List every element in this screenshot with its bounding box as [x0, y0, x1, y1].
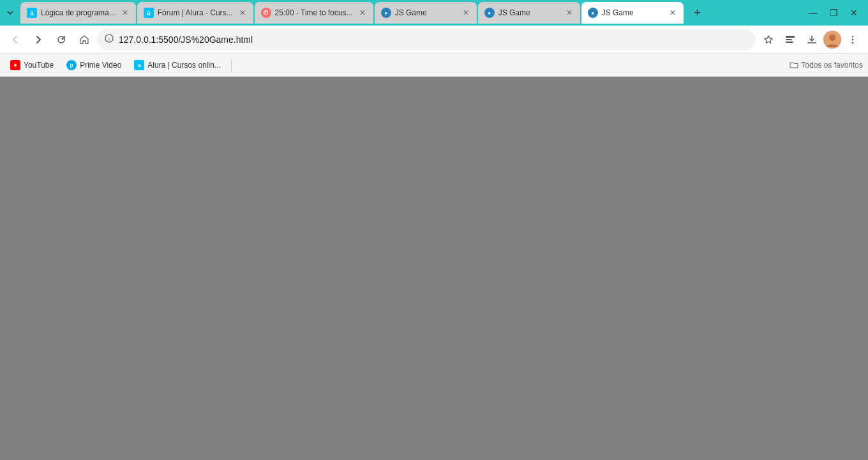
tab-close-logica[interactable]: ✕	[119, 7, 131, 19]
svg-rect-4	[786, 42, 793, 43]
tab-favicon-timer: ⏱	[261, 8, 271, 18]
svg-point-6	[829, 34, 835, 41]
nav-actions	[758, 29, 863, 50]
tab-dropdown-button[interactable]	[0, 0, 20, 26]
tab-favicon-alura1: a	[27, 8, 37, 18]
tab-label-jsgame5: JS Game	[498, 8, 560, 17]
address-bar[interactable]: i 127.0.0.1:5500/JS%20Game.html	[97, 29, 756, 50]
tab-label-jsgame4: JS Game	[395, 8, 456, 17]
close-button[interactable]: ✕	[845, 4, 863, 22]
bookmark-star-button[interactable]	[758, 29, 779, 50]
tab-label-logica: Lógica de programa...	[41, 8, 116, 17]
bookmark-prime-label: Prime Video	[80, 61, 121, 70]
svg-point-7	[852, 35, 854, 37]
tab-timer[interactable]: ⏱ 25:00 - Time to focus... ✕	[255, 2, 373, 24]
maximize-button[interactable]: ❐	[825, 4, 842, 22]
tab-jsgame6-active[interactable]: ● JS Game ✕	[581, 2, 684, 24]
svg-rect-2	[786, 36, 795, 38]
tab-bar-left: a Lógica de programa... ✕ a Fórum | Alur…	[0, 0, 708, 26]
address-text: 127.0.0.1:5500/JS%20Game.html	[119, 34, 748, 45]
bookmark-alura-label: Alura | Cursos onlin...	[147, 61, 221, 70]
tab-label-timer: 25:00 - Time to focus...	[275, 8, 353, 17]
new-tab-button[interactable]: +	[687, 3, 708, 23]
menu-button[interactable]	[842, 29, 863, 50]
bookmark-youtube[interactable]: YouTube	[5, 57, 59, 73]
tab-close-forum[interactable]: ✕	[237, 7, 248, 19]
tab-favicon-alura2: a	[144, 8, 154, 18]
tab-jsgame5[interactable]: ● JS Game ✕	[478, 2, 580, 24]
svg-rect-3	[786, 39, 792, 40]
tab-close-timer[interactable]: ✕	[357, 7, 368, 19]
svg-point-8	[852, 38, 854, 40]
bookmarks-all-favorites-label: Todos os favoritos	[801, 61, 863, 70]
youtube-icon	[10, 60, 20, 70]
tab-close-jsgame4[interactable]: ✕	[460, 7, 472, 19]
tab-jsgame4[interactable]: ● JS Game ✕	[375, 2, 477, 24]
bookmark-youtube-label: YouTube	[24, 61, 54, 70]
bookmarks-all-favorites[interactable]: Todos os favoritos	[789, 61, 863, 70]
tab-favicon-jsgame4: ●	[381, 8, 391, 18]
tab-forum[interactable]: a Fórum | Alura - Curs... ✕	[137, 2, 253, 24]
tab-close-jsgame5[interactable]: ✕	[564, 7, 575, 19]
profile-avatar[interactable]	[823, 31, 841, 49]
navigation-bar: i 127.0.0.1:5500/JS%20Game.html	[0, 26, 868, 54]
tab-bar: a Lógica de programa... ✕ a Fórum | Alur…	[0, 0, 868, 26]
tab-logica[interactable]: a Lógica de programa... ✕	[20, 2, 136, 24]
back-button[interactable]	[5, 29, 26, 50]
forward-button[interactable]	[28, 29, 49, 50]
tab-search-button[interactable]	[780, 29, 800, 50]
folder-icon	[789, 61, 798, 70]
reload-button[interactable]	[51, 29, 71, 50]
tab-close-jsgame6[interactable]: ✕	[667, 7, 678, 19]
minimize-button[interactable]: —	[804, 4, 822, 22]
tab-favicon-jsgame5: ●	[484, 8, 495, 18]
bookmarks-bar: YouTube p Prime Video a Alura | Cursos o…	[0, 54, 868, 77]
svg-text:i: i	[108, 36, 110, 42]
svg-point-9	[852, 42, 854, 43]
bookmarks-divider	[231, 59, 232, 72]
address-security-icon: i	[105, 34, 114, 45]
bookmark-prime[interactable]: p Prime Video	[61, 57, 126, 73]
bookmark-alura[interactable]: a Alura | Cursos onlin...	[129, 57, 226, 73]
tab-favicon-jsgame6: ●	[588, 8, 598, 18]
page-content	[0, 77, 868, 460]
tab-label-jsgame6: JS Game	[602, 8, 663, 17]
window-controls: — ❐ ✕	[804, 0, 868, 26]
tab-label-forum: Fórum | Alura - Curs...	[158, 8, 233, 17]
alura-icon: a	[134, 60, 144, 70]
download-button[interactable]	[802, 29, 822, 50]
prime-video-icon: p	[66, 60, 77, 70]
home-button[interactable]	[74, 29, 94, 50]
